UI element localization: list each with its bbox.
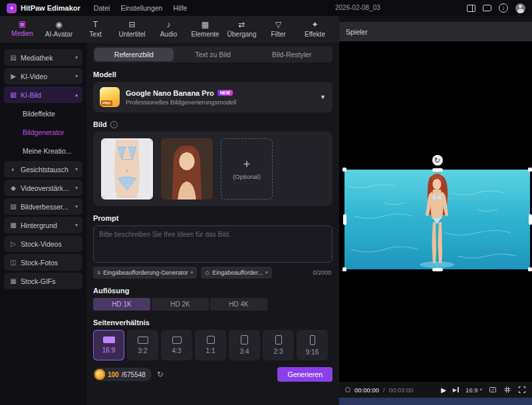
reference-image-2[interactable] bbox=[161, 138, 213, 200]
sidebar-label: Gesichtstausch bbox=[21, 166, 68, 174]
resolution-hd1k-button[interactable]: HD 1K bbox=[93, 298, 150, 311]
info-icon[interactable]: i bbox=[110, 121, 118, 128]
tab-effekte[interactable]: ✦ Effekte bbox=[297, 16, 333, 43]
aspect-3-4-button[interactable]: 3:4 bbox=[229, 330, 260, 360]
menu-hilfe[interactable]: Hilfe bbox=[173, 4, 187, 12]
tab-medien[interactable]: ▣ Medien bbox=[4, 16, 41, 43]
bikini-product-thumbnail bbox=[102, 140, 152, 198]
aspect-2-3-shape bbox=[275, 335, 282, 344]
prompt-input[interactable] bbox=[95, 227, 331, 261]
tab-elemente[interactable]: ▦ Elemente bbox=[187, 16, 223, 43]
account-avatar[interactable] bbox=[515, 3, 525, 13]
fullscreen-icon[interactable] bbox=[518, 386, 526, 394]
resolution-section-label: Auflösung bbox=[93, 287, 332, 295]
content-row: ▣ Medien ◉ AI-Avatar T Text ⊟ Untertitel… bbox=[0, 16, 532, 405]
sidebar-item-ki-bild[interactable]: ▧ KI-Bild ▴ bbox=[4, 86, 82, 103]
main-toolbar: ▣ Medien ◉ AI-Avatar T Text ⊟ Untertitel… bbox=[0, 16, 339, 43]
video-enhance-icon: ◆ bbox=[9, 184, 18, 192]
tab-filter[interactable]: ▽ Filter bbox=[260, 16, 297, 43]
handle-left-center[interactable] bbox=[343, 214, 346, 225]
player-buttons: ▶ ▶ 16:9 ▾ bbox=[441, 386, 526, 394]
player-viewport[interactable]: ↻ bbox=[339, 41, 532, 382]
play-button[interactable]: ▶ bbox=[441, 386, 446, 394]
download-icon[interactable]: ↓ bbox=[499, 3, 508, 13]
chevron-down-icon: ▾ bbox=[75, 185, 78, 191]
menu-datei[interactable]: Datei bbox=[94, 4, 110, 12]
prompt-generator-dropdown[interactable]: ≡ Eingabeaufforderung-Generator ▾ bbox=[93, 267, 197, 279]
tab-text[interactable]: T Text bbox=[77, 16, 114, 43]
aspect-2-3-button[interactable]: 2:3 bbox=[263, 330, 294, 360]
sidebar-item-stock-gifs[interactable]: ▦ Stock-GIFs bbox=[4, 273, 82, 289]
pool-image bbox=[344, 170, 530, 269]
sidebar-item-bildverbesserung[interactable]: ▨ Bildverbesser... ▾ bbox=[4, 198, 82, 215]
handle-top-center[interactable] bbox=[432, 168, 443, 172]
sidebar-item-stock-fotos[interactable]: ◫ Stock-Fotos bbox=[4, 254, 82, 271]
reference-image-optional[interactable]: + (Optional) bbox=[221, 138, 273, 200]
generate-button[interactable]: Generieren bbox=[277, 367, 332, 382]
aspect-4-3-button[interactable]: 4:3 bbox=[161, 330, 192, 360]
tab-label: Filter bbox=[271, 31, 285, 38]
logo-glyph: ✦ bbox=[9, 5, 14, 11]
resolution-hd2k-button[interactable]: HD 2K bbox=[152, 298, 209, 311]
sidebar-item-stock-videos[interactable]: ▷ Stock-Videos bbox=[4, 235, 82, 252]
sidebar: ▤ Mediathek ▾ ▶ KI-Video ▾ ▧ KI-Bild ▴ bbox=[0, 43, 86, 405]
sidebar-item-mediathek[interactable]: ▤ Mediathek ▾ bbox=[4, 49, 82, 66]
aspect-16-9-shape bbox=[103, 337, 115, 343]
model-selector[interactable]: PRO Google Nano Banana Pro NEW Professio… bbox=[93, 82, 332, 112]
step-forward-button[interactable]: ▶ bbox=[453, 387, 459, 393]
sidebar-item-gesichtstausch[interactable]: ◐ Gesichtstausch ▾ bbox=[4, 161, 82, 178]
image-section-label: Bild bbox=[93, 120, 107, 128]
feedback-chat-icon[interactable] bbox=[483, 5, 491, 11]
generate-row: 100 /675548 ↻ Generieren bbox=[93, 367, 332, 382]
menu-einstellungen[interactable]: Einstellungen bbox=[120, 4, 162, 12]
refresh-icon[interactable]: ↻ bbox=[157, 370, 164, 379]
tab-referenzbild[interactable]: Referenzbild bbox=[94, 48, 174, 61]
player-controls: 00:00:00 / 00:03:00 ▶ ▶ 16:9 ▾ bbox=[339, 382, 532, 398]
titlebar-icons: ↓ bbox=[467, 3, 525, 13]
fit-screen-icon[interactable] bbox=[489, 386, 497, 394]
aspect-3-2-button[interactable]: 3:2 bbox=[127, 330, 158, 360]
timeline-corner bbox=[339, 398, 532, 405]
rotate-icon[interactable]: ↻ bbox=[432, 155, 443, 166]
canvas-image[interactable]: ↻ bbox=[344, 170, 530, 269]
ratio-value: 16:9 bbox=[466, 386, 478, 394]
aspect-16-9-button[interactable]: 16:9 bbox=[93, 330, 124, 360]
aspect-1-1-shape bbox=[207, 336, 215, 344]
handle-top-left[interactable] bbox=[342, 168, 346, 172]
aspect-9-16-shape bbox=[310, 335, 315, 345]
resolution-hd4k-button[interactable]: HD 4K bbox=[210, 298, 267, 311]
aspect-9-16-button[interactable]: 9:16 bbox=[297, 330, 328, 360]
handle-right-center[interactable] bbox=[529, 214, 532, 225]
tab-ai-avatar[interactable]: ◉ AI-Avatar bbox=[41, 16, 77, 43]
background-icon: ▩ bbox=[9, 221, 18, 229]
handle-bottom-left[interactable] bbox=[342, 267, 346, 271]
tab-uebergang[interactable]: ⇄ Übergang bbox=[223, 16, 260, 43]
handle-bottom-right[interactable] bbox=[528, 267, 532, 271]
reference-image-1[interactable] bbox=[101, 138, 153, 200]
player-top-strip bbox=[339, 16, 532, 22]
aspect-1-1-button[interactable]: 1:1 bbox=[195, 330, 226, 360]
handle-bottom-center[interactable] bbox=[432, 268, 443, 271]
layout-panels-icon[interactable] bbox=[467, 5, 475, 12]
sidebar-item-meine-kreationen[interactable]: Meine Kreatio... bbox=[4, 142, 82, 159]
sidebar-item-videoverstaerkung[interactable]: ◆ Videoverstärk... ▾ bbox=[4, 180, 82, 196]
ratio-dropdown[interactable]: 16:9 ▾ bbox=[466, 386, 482, 394]
tab-label: Elemente bbox=[191, 31, 219, 38]
grid-icon[interactable] bbox=[503, 386, 511, 394]
prompt-section-label: Prompt bbox=[93, 214, 332, 222]
credits-pill[interactable]: 100 /675548 bbox=[93, 368, 152, 381]
tab-audio[interactable]: ♪ Audio bbox=[150, 16, 187, 43]
sidebar-item-bildeffekte[interactable]: Bildeffekte bbox=[4, 105, 82, 122]
tab-untertitel[interactable]: ⊟ Untertitel bbox=[114, 16, 150, 43]
time-current: 00:00:00 bbox=[354, 386, 379, 394]
tab-bild-restyler[interactable]: Bild-Restyler bbox=[252, 48, 331, 61]
sidebar-item-ki-video[interactable]: ▶ KI-Video ▾ bbox=[4, 68, 82, 84]
sidebar-item-hintergrund[interactable]: ▩ Hintergrund ▾ bbox=[4, 217, 82, 233]
aspect-ratio-options: 16:9 3:2 4:3 1:1 bbox=[93, 330, 332, 360]
new-badge: NEW bbox=[217, 90, 233, 96]
pro-badge: PRO bbox=[101, 100, 112, 106]
tab-text-zu-bild[interactable]: Text zu Bild bbox=[174, 48, 253, 61]
prompt-library-dropdown[interactable]: ◇ Eingabeaufforder... ▾ bbox=[201, 267, 271, 279]
handle-top-right[interactable] bbox=[528, 168, 532, 172]
sidebar-item-bildgenerator[interactable]: Bildgenerator bbox=[4, 124, 82, 140]
